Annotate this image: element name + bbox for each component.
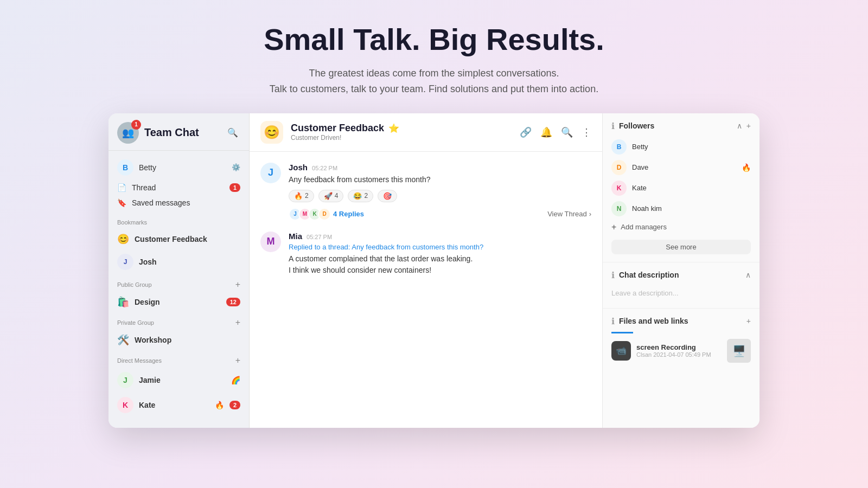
sidebar-item-design[interactable]: 🛍️ Design 12 bbox=[108, 292, 249, 312]
feedback-label: Customer Feedback bbox=[135, 235, 240, 243]
kate-emoji-icon: 🔥 bbox=[215, 401, 224, 409]
followers-info-icon: ℹ bbox=[611, 121, 615, 131]
chat-messages: J Josh 05:22 PM Any feedback from custom… bbox=[250, 152, 602, 428]
kate-label: Kate bbox=[139, 401, 209, 409]
add-managers-row[interactable]: + Add managers bbox=[611, 219, 751, 235]
replies-count[interactable]: 4 Replies bbox=[333, 210, 364, 218]
sidebar-item-josh[interactable]: J Josh bbox=[108, 249, 249, 274]
betty-follower-avatar: B bbox=[611, 139, 627, 155]
jamie-label: Jamie bbox=[139, 376, 226, 384]
follower-dave: D Dave 🔥 bbox=[611, 157, 751, 178]
sidebar-item-workshop[interactable]: 🛠️ Workshop bbox=[108, 330, 249, 350]
mia-message-text: A customer complained that the last orde… bbox=[289, 253, 591, 276]
mia-message-avatar: M bbox=[260, 232, 281, 252]
followers-add-icon[interactable]: + bbox=[746, 121, 751, 130]
fire-emoji: 🔥 bbox=[294, 192, 303, 200]
private-group-add-icon[interactable]: + bbox=[235, 318, 240, 328]
follower-noahkim: N Noah kim bbox=[611, 198, 751, 219]
main-chat: 😊 Customer Feedback ⭐ Customer Driven! 🔗… bbox=[250, 113, 602, 428]
file-info: screen Recording Clsan 2021-04-07 05:49 … bbox=[636, 343, 722, 358]
chat-header: 😊 Customer Feedback ⭐ Customer Driven! 🔗… bbox=[250, 113, 602, 152]
fire-count: 2 bbox=[305, 192, 309, 200]
laugh-count: 2 bbox=[364, 192, 368, 200]
view-thread-button[interactable]: View Thread › bbox=[547, 210, 591, 218]
right-panel: ℹ Followers ∧ + B Betty D Dave 🔥 K Kate … bbox=[602, 113, 760, 428]
target-emoji: 🎯 bbox=[383, 192, 392, 200]
chat-description-section: ℹ Chat description ∧ Leave a description… bbox=[603, 262, 760, 309]
team-avatar: 👥 1 bbox=[117, 122, 139, 144]
sidebar-item-customer-feedback[interactable]: 😊 Customer Feedback bbox=[108, 229, 249, 249]
design-label: Design bbox=[135, 298, 221, 306]
design-emoji-icon: 🛍️ bbox=[117, 296, 129, 308]
dave-emoji-icon: 🔥 bbox=[742, 163, 751, 172]
file-camera-icon: 📹 bbox=[611, 341, 631, 361]
reaction-rocket[interactable]: 🚀 4 bbox=[318, 190, 344, 202]
josh-message-avatar: J bbox=[260, 163, 281, 183]
josh-message-content: Josh 05:22 PM Any feedback from customer… bbox=[289, 163, 591, 221]
betty-follower-name: Betty bbox=[632, 143, 751, 151]
followers-section: ℹ Followers ∧ + B Betty D Dave 🔥 K Kate … bbox=[603, 113, 760, 262]
dm-add-icon[interactable]: + bbox=[235, 356, 240, 365]
sidebar-content: B Betty ⚙️ 📄 Thread 1 🔖 Saved messages B… bbox=[108, 151, 249, 428]
files-header: ℹ Files and web links + bbox=[611, 316, 751, 326]
reply-avatar-4: D bbox=[318, 208, 331, 221]
sidebar-search-icon[interactable]: 🔍 bbox=[225, 125, 240, 140]
file-meta: Clsan 2021-04-07 05:49 PM bbox=[636, 351, 722, 358]
channel-emoji-icon: 😊 bbox=[260, 121, 283, 144]
search-icon[interactable]: 🔍 bbox=[561, 126, 573, 138]
chat-desc-info-icon: ℹ bbox=[611, 270, 615, 280]
mia-message-time: 05:27 PM bbox=[307, 234, 332, 240]
sidebar-item-betty[interactable]: B Betty ⚙️ bbox=[108, 155, 249, 180]
dave-follower-name: Dave bbox=[632, 163, 736, 171]
jamie-emoji-icon: 🌈 bbox=[231, 376, 240, 384]
mia-text-line2: I think we should consider new container… bbox=[289, 266, 431, 274]
hero-title: Small Talk. Big Results. bbox=[11, 22, 857, 57]
files-info-icon: ℹ bbox=[611, 316, 615, 326]
thread-icon: 📄 bbox=[117, 183, 126, 192]
sidebar-item-kate[interactable]: K Kate 🔥 2 bbox=[108, 393, 249, 418]
josh-reactions: 🔥 2 🚀 4 😂 2 🎯 bbox=[289, 190, 591, 202]
channel-desc: Customer Driven! bbox=[291, 134, 512, 142]
bookmarks-section: Bookmarks bbox=[108, 210, 249, 229]
add-managers-plus-icon: + bbox=[611, 222, 616, 232]
thread-label: Thread bbox=[132, 183, 224, 192]
view-thread-arrow-icon: › bbox=[589, 210, 591, 218]
hero-subtitle: The greatest ideas come from the simples… bbox=[11, 66, 857, 97]
files-title: Files and web links bbox=[619, 317, 742, 325]
sidebar-header: 👥 1 Team Chat 🔍 bbox=[108, 113, 249, 151]
followers-collapse-icon[interactable]: ∧ bbox=[737, 121, 742, 130]
josh-message-text: Any feedback from customers this month? bbox=[289, 174, 591, 185]
chat-desc-header: ℹ Chat description ∧ bbox=[611, 270, 751, 280]
channel-title: Customer Feedback ⭐ bbox=[291, 123, 512, 134]
workshop-label: Workshop bbox=[135, 336, 240, 344]
more-icon[interactable]: ⋮ bbox=[582, 126, 591, 138]
followers-title: Followers bbox=[619, 121, 732, 130]
hero-section: Small Talk. Big Results. The greatest id… bbox=[0, 0, 868, 113]
sidebar-item-saved[interactable]: 🔖 Saved messages bbox=[108, 195, 249, 210]
sidebar-item-thread[interactable]: 📄 Thread 1 bbox=[108, 180, 249, 195]
sidebar-item-jamie[interactable]: J Jamie 🌈 bbox=[108, 368, 249, 393]
mia-message-content: Mia 05:27 PM Replied to a thread: Any fe… bbox=[289, 232, 591, 276]
replied-thread-ref[interactable]: Replied to a thread: Any feedback from c… bbox=[289, 243, 591, 251]
dm-header: Direct Messages + bbox=[108, 350, 249, 368]
public-group-add-icon[interactable]: + bbox=[235, 280, 240, 290]
reaction-target[interactable]: 🎯 bbox=[378, 190, 397, 202]
app-container: 👥 1 Team Chat 🔍 B Betty ⚙️ 📄 Thread 1 🔖 bbox=[108, 113, 760, 428]
reaction-fire[interactable]: 🔥 2 bbox=[289, 190, 314, 202]
message-josh: J Josh 05:22 PM Any feedback from custom… bbox=[260, 163, 591, 221]
files-add-icon[interactable]: + bbox=[746, 317, 751, 325]
dm-label: Direct Messages bbox=[117, 357, 235, 364]
file-item-recording: 📹 screen Recording Clsan 2021-04-07 05:4… bbox=[611, 339, 751, 363]
chat-desc-collapse-icon[interactable]: ∧ bbox=[745, 271, 751, 279]
mia-message-author: Mia bbox=[289, 232, 302, 241]
kate-follower-name: Kate bbox=[632, 184, 751, 192]
reaction-laugh[interactable]: 😂 2 bbox=[348, 190, 373, 202]
link-icon[interactable]: 🔗 bbox=[520, 126, 532, 138]
public-group-header: Public Group + bbox=[108, 274, 249, 292]
bell-icon[interactable]: 🔔 bbox=[540, 126, 552, 138]
saved-label: Saved messages bbox=[132, 198, 240, 207]
see-more-button[interactable]: See more bbox=[611, 240, 751, 254]
mia-text-line1: A customer complained that the last orde… bbox=[289, 254, 473, 263]
dave-follower-avatar: D bbox=[611, 160, 627, 175]
follower-betty: B Betty bbox=[611, 137, 751, 157]
